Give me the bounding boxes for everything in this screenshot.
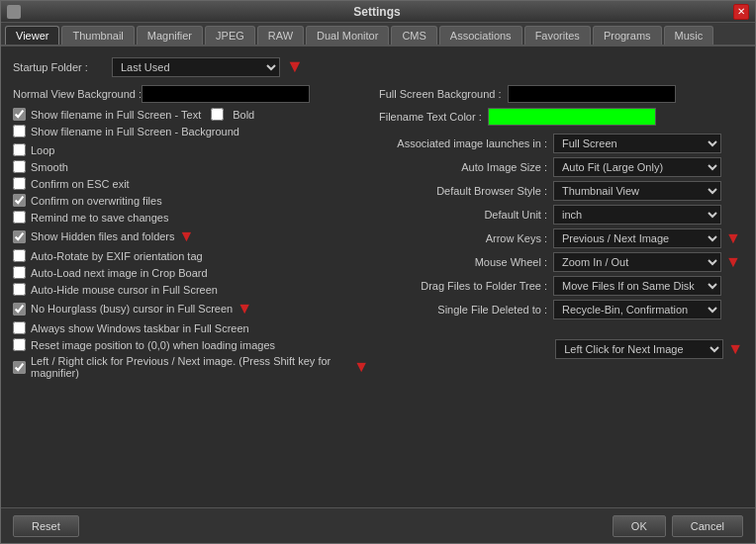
show-hidden-checkbox[interactable]	[13, 230, 26, 243]
mouse-wheel-select[interactable]: Zoom In / Out Previous / Next Image	[553, 252, 721, 272]
fullscreen-bg-color[interactable]	[508, 85, 676, 103]
cb-show-hidden: Show Hidden files and folders ▼	[13, 227, 369, 245]
left-right-click-checkbox[interactable]	[13, 361, 26, 374]
startup-folder-row: Startup Folder : Last Used My Documents …	[13, 56, 743, 77]
cb-confirm-overwrite: Confirm on overwriting files	[13, 194, 369, 207]
normal-bg-row: Normal View Background :	[13, 85, 369, 103]
content-area: Startup Folder : Last Used My Documents …	[1, 46, 755, 507]
tab-cms[interactable]: CMS	[391, 26, 436, 45]
arrow-keys-row: Arrow Keys : Previous / Next Image Scrol…	[379, 228, 743, 248]
drag-files-row: Drag Files to Folder Tree : Move Files I…	[379, 276, 743, 296]
startup-folder-select[interactable]: Last Used My Documents My Pictures	[112, 57, 280, 77]
single-file-deleted-select[interactable]: Recycle-Bin, Confirmation Delete Recycle…	[553, 300, 721, 319]
fullscreen-bg-label: Full Screen Background :	[379, 88, 502, 100]
auto-image-size-select[interactable]: Auto Fit (Large Only) Auto Fit No Resize	[553, 157, 721, 177]
cb-always-show-taskbar: Always show Windows taskbar in Full Scre…	[13, 321, 369, 334]
bottom-right-select-row: Left Click for Next Image Right Click fo…	[379, 339, 743, 359]
auto-load-checkbox[interactable]	[13, 266, 26, 279]
confirm-esc-checkbox[interactable]	[13, 177, 26, 190]
normal-bg-label: Normal View Background :	[13, 88, 142, 100]
cb-confirm-esc: Confirm on ESC exit	[13, 177, 369, 190]
title-bar: Settings ✕	[1, 1, 755, 23]
filename-color-box[interactable]	[488, 108, 656, 126]
auto-image-size-row: Auto Image Size : Auto Fit (Large Only) …	[379, 157, 743, 177]
assoc-launches-label: Associated image launches in :	[379, 137, 547, 149]
filename-color-row: Filename Text Color :	[379, 108, 743, 126]
no-hourglass-checkbox[interactable]	[13, 303, 26, 316]
remind-save-checkbox[interactable]	[13, 211, 26, 224]
cb-auto-load: Auto-Load next image in Crop Board	[13, 266, 369, 279]
two-col-layout: Normal View Background : Show filename i…	[13, 85, 743, 383]
show-filename-bg-checkbox[interactable]	[13, 125, 26, 137]
bottom-right-select[interactable]: Left Click for Next Image Right Click fo…	[555, 339, 723, 359]
ok-cancel-group: OK Cancel	[613, 515, 743, 537]
reset-button[interactable]: Reset	[13, 515, 79, 537]
left-column: Normal View Background : Show filename i…	[13, 85, 369, 383]
hidden-arrow: ▼	[179, 227, 195, 245]
filename-color-label: Filename Text Color :	[379, 111, 482, 123]
arrow-keys-select[interactable]: Previous / Next Image Scroll Image	[553, 228, 721, 248]
startup-arrow: ▼	[286, 56, 304, 77]
single-file-deleted-label: Single File Deleted to :	[379, 304, 547, 316]
mouse-wheel-arrow: ▼	[725, 253, 741, 271]
cb-loop: Loop	[13, 143, 369, 156]
auto-hide-checkbox[interactable]	[13, 283, 26, 296]
close-button[interactable]: ✕	[733, 4, 749, 20]
tab-programs[interactable]: Programs	[593, 26, 662, 45]
show-filename-bg-label: Show filename in Full Screen - Backgroun…	[31, 126, 239, 137]
assoc-launches-row: Associated image launches in : Full Scre…	[379, 134, 743, 153]
tab-jpeg[interactable]: JPEG	[205, 26, 255, 45]
cb-no-hourglass: No Hourglass (busy) cursor in Full Scree…	[13, 300, 369, 317]
default-unit-label: Default Unit :	[379, 209, 547, 221]
settings-window: Settings ✕ Viewer Thumbnail Magnifier JP…	[0, 0, 756, 544]
default-unit-select[interactable]: inch cm px	[553, 205, 721, 225]
normal-bg-color[interactable]	[142, 85, 310, 103]
cb-reset-position: Reset image position to (0,0) when loadi…	[13, 338, 369, 351]
always-taskbar-checkbox[interactable]	[13, 321, 26, 334]
auto-image-size-label: Auto Image Size :	[379, 161, 547, 173]
hourglass-arrow: ▼	[236, 300, 252, 317]
window-icon	[7, 5, 21, 19]
arrow-keys-arrow: ▼	[725, 229, 741, 247]
cb-remind-save: Remind me to save changes	[13, 211, 369, 224]
show-filename-bg-row: Show filename in Full Screen - Backgroun…	[13, 125, 369, 137]
show-filename-text-row: Show filename in Full Screen - Text Bold	[13, 108, 369, 121]
tab-viewer[interactable]: Viewer	[5, 26, 59, 45]
tab-thumbnail[interactable]: Thumbnail	[61, 26, 134, 45]
show-filename-text-checkbox[interactable]	[13, 108, 26, 121]
bold-checkbox[interactable]	[211, 108, 224, 121]
cancel-button[interactable]: Cancel	[672, 515, 743, 537]
fullscreen-bg-row: Full Screen Background :	[379, 85, 743, 103]
browser-style-row: Default Browser Style : Thumbnail View L…	[379, 181, 743, 201]
tab-raw[interactable]: RAW	[257, 26, 304, 45]
browser-style-select[interactable]: Thumbnail View List View	[553, 181, 721, 201]
tab-dual-monitor[interactable]: Dual Monitor	[306, 26, 389, 45]
right-column: Full Screen Background : Filename Text C…	[379, 85, 743, 383]
mouse-wheel-label: Mouse Wheel :	[379, 256, 547, 268]
cb-left-right-click: Left / Right click for Previous / Next i…	[13, 355, 369, 379]
loop-checkbox[interactable]	[13, 143, 26, 156]
bold-option: Bold	[211, 108, 254, 121]
drag-files-label: Drag Files to Folder Tree :	[379, 280, 547, 292]
startup-folder-label: Startup Folder :	[13, 61, 112, 73]
browser-style-label: Default Browser Style :	[379, 185, 547, 197]
bottom-bar: Reset OK Cancel	[1, 507, 755, 543]
window-title: Settings	[21, 5, 733, 19]
drag-files-select[interactable]: Move Files If on Same Disk Copy Files As…	[553, 276, 721, 296]
tab-associations[interactable]: Associations	[439, 26, 522, 45]
default-unit-row: Default Unit : inch cm px	[379, 205, 743, 225]
auto-rotate-checkbox[interactable]	[13, 249, 26, 262]
ok-button[interactable]: OK	[613, 515, 666, 537]
confirm-overwrite-checkbox[interactable]	[13, 194, 26, 207]
bold-label: Bold	[233, 109, 254, 121]
bottom-right-arrow: ▼	[727, 340, 743, 358]
mouse-wheel-row: Mouse Wheel : Zoom In / Out Previous / N…	[379, 252, 743, 272]
show-filename-text-label: Show filename in Full Screen - Text	[31, 109, 201, 121]
smooth-checkbox[interactable]	[13, 160, 26, 173]
tab-music[interactable]: Music	[664, 26, 714, 45]
assoc-launches-select[interactable]: Full Screen Thumbnail View Windowed	[553, 134, 721, 153]
tab-favorites[interactable]: Favorites	[524, 26, 591, 45]
cb-auto-rotate: Auto-Rotate by EXIF orientation tag	[13, 249, 369, 262]
tab-magnifier[interactable]: Magnifier	[137, 26, 203, 45]
reset-position-checkbox[interactable]	[13, 338, 26, 351]
